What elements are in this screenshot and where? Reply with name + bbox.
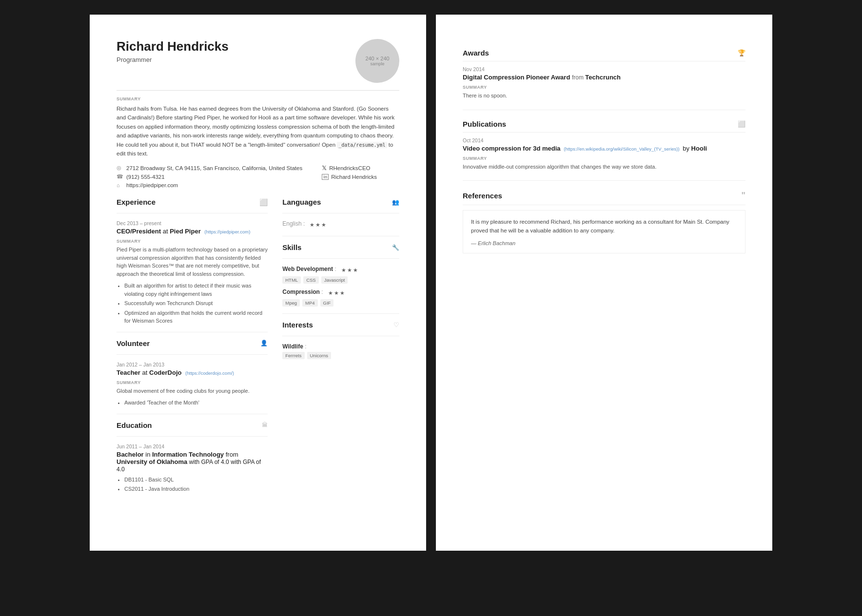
- summary-label: SUMMARY: [117, 96, 399, 101]
- exp-bullets-0: Built an algorithm for artist to detect …: [117, 282, 268, 325]
- edu-bullet-0-1: CS2011 - Java Introduction: [124, 485, 268, 493]
- ref-box-0: It is my pleasure to recommend Richard, …: [463, 210, 745, 253]
- exp-company-url-0[interactable]: (https://piedpiper.com): [204, 229, 250, 234]
- edu-bullet-0-0: DB1101 - Basic SQL: [124, 476, 268, 484]
- award-date-0: Nov 2014: [463, 66, 745, 72]
- publications-section: Publications ⬜ Oct 2014 Video compressio…: [463, 120, 745, 171]
- interests-title: Interests: [282, 321, 313, 329]
- skill-tag-0-2: Javascript: [321, 276, 348, 284]
- exp-bullet-0-2: Optimized an algorithm that holds the cu…: [124, 309, 268, 325]
- header-divider: [117, 90, 399, 91]
- skill-name-0: Web Development :: [282, 266, 336, 272]
- summary-text: Richard hails from Tulsa. He has earned …: [117, 104, 399, 158]
- exp-date-0: Dec 2013 – present: [117, 220, 268, 226]
- skill-tag-0-0: HTML: [282, 276, 301, 284]
- skill-row-1: Compression : ★ ★ ★ Mpeg MP4 GIF: [282, 289, 399, 307]
- award-title-0: Digital Compression Pioneer Award from T…: [463, 74, 745, 81]
- publications-icon: ⬜: [738, 120, 745, 128]
- interest-row-0: Wildlife : Ferrrets Unicorns: [282, 343, 399, 359]
- vol-bullets-0: Awarded 'Teacher of the Month': [117, 399, 268, 407]
- star-2: ★: [315, 222, 320, 228]
- skill-tag-0-1: CSS: [303, 276, 319, 284]
- page-1: Richard Hendricks Programmer 240 × 240 s…: [90, 15, 426, 551]
- references-section: References " It is my pleasure to recomm…: [463, 191, 745, 253]
- pub-summary-label-0: SUMMARY: [463, 156, 745, 161]
- skill-row-0: Web Development : ★ ★ ★ HTML CSS Javascr…: [282, 266, 399, 284]
- skills-icon: 🔧: [392, 244, 399, 251]
- vol-company-url-0[interactable]: (https://coderdojo.com/): [185, 370, 234, 376]
- interest-tag-0-0: Ferrrets: [282, 352, 304, 359]
- experience-title: Experience: [117, 198, 156, 206]
- skill-tag-1-0: Mpeg: [282, 299, 300, 307]
- exp-bullet-0-1: Successfully won Techcrunch Disrupt: [124, 299, 268, 308]
- twitter-icon: 𝕏: [322, 165, 327, 172]
- skill-star-0-2: ★: [347, 267, 352, 273]
- volunteer-divider: [117, 332, 268, 332]
- two-col-layout: Experience ⬜ Dec 2013 – present CEO/Pres…: [117, 198, 399, 498]
- experience-icon: ⬜: [259, 198, 268, 206]
- skill-star-0-1: ★: [341, 267, 346, 273]
- twitter-item[interactable]: 𝕏 RHendricksCEO: [322, 165, 377, 172]
- vol-bullet-0-0: Awarded 'Teacher of the Month': [124, 399, 268, 407]
- interests-icon: ♡: [393, 321, 399, 328]
- contact-row: ◎ 2712 Broadway St, CA 94115, San Franci…: [117, 165, 399, 188]
- linkedin-icon: in: [322, 174, 329, 180]
- languages-section-header: Languages 👥: [282, 198, 399, 206]
- pub-date-0: Oct 2014: [463, 137, 745, 143]
- references-title: References: [463, 192, 502, 200]
- skills-title: Skills: [282, 243, 301, 251]
- edu-date-0: Jun 2011 – Jan 2014: [117, 443, 268, 449]
- experience-section-header: Experience ⬜: [117, 198, 268, 206]
- pages-container: Richard Hendricks Programmer 240 × 240 s…: [90, 15, 772, 551]
- awards-header: Awards 🏆: [463, 49, 745, 61]
- award-summary-label-0: SUMMARY: [463, 85, 745, 90]
- address-item: ◎ 2712 Broadway St, CA 94115, San Franci…: [117, 165, 302, 171]
- edu-bullets-0: DB1101 - Basic SQL CS2011 - Java Introdu…: [117, 476, 268, 493]
- award-desc-0: There is no spoon.: [463, 92, 745, 100]
- exp-bullet-0-0: Built an algorithm for artist to detect …: [124, 282, 268, 298]
- ref-text-0: It is my pleasure to recommend Richard, …: [471, 217, 737, 235]
- interest-name-0: Wildlife :: [282, 343, 399, 350]
- vol-desc-0: Global movement of free coding clubs for…: [117, 387, 268, 395]
- pub-url-0[interactable]: (https://en.wikipedia.org/wiki/Silicon_V…: [564, 146, 679, 152]
- pub-title-0: Video compression for 3d media (https://…: [463, 145, 745, 152]
- left-column: Experience ⬜ Dec 2013 – present CEO/Pres…: [117, 198, 268, 498]
- linkedin-item[interactable]: in Richard Hendricks: [322, 174, 377, 180]
- awards-title: Awards: [463, 49, 489, 57]
- skills-sub-divider: [282, 258, 399, 259]
- languages-title: Languages: [282, 198, 321, 206]
- edu-title-0: Bachelor in Information Technology from …: [117, 451, 268, 473]
- language-stars-0: ★ ★ ★: [310, 222, 326, 228]
- contact-left: ◎ 2712 Broadway St, CA 94115, San Franci…: [117, 165, 302, 188]
- volunteer-sub-divider: [117, 354, 268, 355]
- interests-section-header: Interests ♡: [282, 321, 399, 329]
- education-section-header: Education 🏛: [117, 421, 268, 429]
- interests-sub-divider: [282, 336, 399, 336]
- phone-icon: ☎: [117, 173, 123, 180]
- skill-star-0-3: ★: [353, 267, 358, 273]
- skill-tag-1-2: GIF: [320, 299, 334, 307]
- experience-divider: [117, 213, 268, 213]
- awards-icon: 🏆: [738, 49, 745, 57]
- languages-divider: [282, 213, 399, 213]
- candidate-name: Richard Hendricks: [117, 39, 229, 54]
- interest-tag-0-1: Unicorns: [307, 352, 332, 359]
- publications-title: Publications: [463, 120, 506, 128]
- location-icon: ◎: [117, 165, 123, 171]
- right-column: Languages 👥 English : ★ ★ ★: [282, 198, 399, 498]
- skill-tags-1: Mpeg MP4 GIF: [282, 299, 399, 307]
- home-icon: ⌂: [117, 182, 123, 188]
- volunteer-section-header: Volunteer 👤: [117, 339, 268, 347]
- vol-date-0: Jan 2012 – Jan 2013: [117, 362, 268, 367]
- phone-item[interactable]: ☎ (912) 555-4321: [117, 173, 302, 180]
- references-header: References ": [463, 191, 745, 205]
- star-1: ★: [310, 222, 314, 228]
- exp-title-0: CEO/President at Pied Piper (https://pie…: [117, 228, 268, 235]
- skill-stars-1: ★ ★ ★: [328, 290, 345, 296]
- volunteer-icon: 👤: [260, 340, 268, 346]
- skill-stars-0: ★ ★ ★: [341, 267, 358, 273]
- website-item[interactable]: ⌂ https://piedpiper.com: [117, 182, 302, 188]
- ref-author-0: — Erlich Bachman: [471, 240, 737, 246]
- skill-star-1-3: ★: [340, 290, 345, 296]
- language-name-0: English :: [282, 220, 305, 227]
